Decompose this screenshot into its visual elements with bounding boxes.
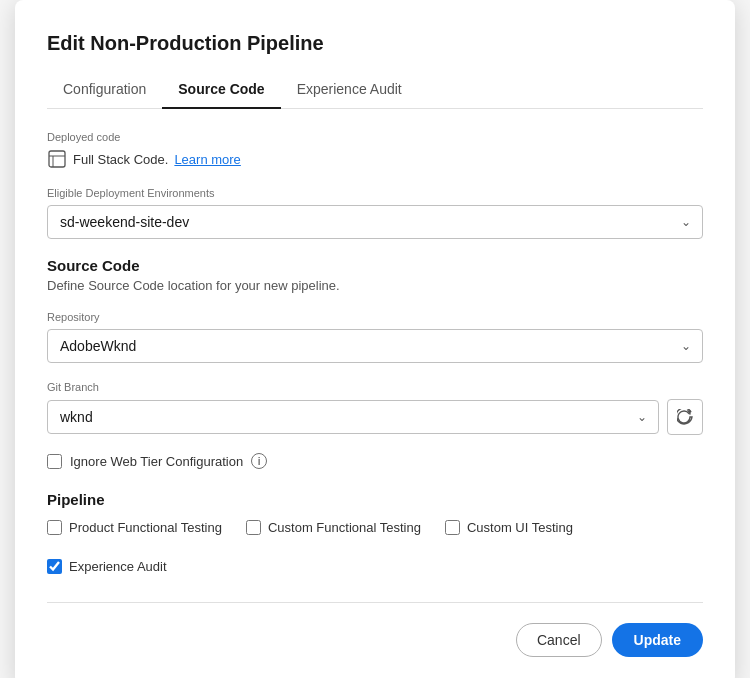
custom-functional-label[interactable]: Custom Functional Testing [268, 520, 421, 535]
custom-ui-checkbox[interactable] [445, 520, 460, 535]
footer-actions: Cancel Update [47, 623, 703, 657]
learn-more-link[interactable]: Learn more [174, 152, 240, 167]
tab-source-code[interactable]: Source Code [162, 73, 280, 109]
svg-rect-0 [49, 151, 65, 167]
source-code-heading: Source Code [47, 257, 703, 274]
cancel-button[interactable]: Cancel [516, 623, 602, 657]
refresh-button[interactable] [667, 399, 703, 435]
git-branch-row: wknd ⌄ [47, 399, 703, 435]
git-branch-group: Git Branch wknd ⌄ [47, 381, 703, 435]
git-branch-select-wrapper: wknd ⌄ [47, 400, 659, 434]
product-functional-label[interactable]: Product Functional Testing [69, 520, 222, 535]
repository-select-wrapper: AdobeWknd ⌄ [47, 329, 703, 363]
eligible-deployment-group: Eligible Deployment Environments sd-week… [47, 187, 703, 239]
git-branch-select[interactable]: wknd [47, 400, 659, 434]
custom-ui-label[interactable]: Custom UI Testing [467, 520, 573, 535]
experience-audit-checkbox[interactable] [47, 559, 62, 574]
eligible-deployment-label: Eligible Deployment Environments [47, 187, 703, 199]
tabs-nav: Configuration Source Code Experience Aud… [47, 73, 703, 109]
git-branch-label: Git Branch [47, 381, 703, 393]
tab-configuration[interactable]: Configuration [47, 73, 162, 109]
eligible-deployment-select[interactable]: sd-weekend-site-dev [47, 205, 703, 239]
deployed-code-label: Deployed code [47, 131, 703, 143]
repository-label: Repository [47, 311, 703, 323]
custom-functional-checkbox[interactable] [246, 520, 261, 535]
footer-divider [47, 602, 703, 603]
pipeline-item-custom-ui: Custom UI Testing [445, 520, 573, 535]
deployed-code-row: Full Stack Code. Learn more [47, 149, 703, 169]
repository-select[interactable]: AdobeWknd [47, 329, 703, 363]
modal-title: Edit Non-Production Pipeline [47, 32, 703, 55]
ignore-web-tier-label[interactable]: Ignore Web Tier Configuration [70, 454, 243, 469]
ignore-web-tier-checkbox[interactable] [47, 454, 62, 469]
fullstack-icon [47, 149, 67, 169]
product-functional-checkbox[interactable] [47, 520, 62, 535]
tab-experience-audit[interactable]: Experience Audit [281, 73, 418, 109]
pipeline-item-experience-audit: Experience Audit [47, 559, 167, 574]
pipeline-item-product-functional: Product Functional Testing [47, 520, 222, 535]
info-icon[interactable]: i [251, 453, 267, 469]
deployed-code-value: Full Stack Code. [73, 152, 168, 167]
pipeline-item-custom-functional: Custom Functional Testing [246, 520, 421, 535]
ignore-web-tier-row: Ignore Web Tier Configuration i [47, 453, 703, 469]
pipeline-checkboxes: Product Functional Testing Custom Functi… [47, 520, 703, 574]
edit-pipeline-modal: Edit Non-Production Pipeline Configurati… [15, 0, 735, 678]
repository-group: Repository AdobeWknd ⌄ [47, 311, 703, 363]
experience-audit-label[interactable]: Experience Audit [69, 559, 167, 574]
pipeline-section: Pipeline Product Functional Testing Cust… [47, 491, 703, 574]
eligible-deployment-select-wrapper: sd-weekend-site-dev ⌄ [47, 205, 703, 239]
deployed-code-group: Deployed code Full Stack Code. Learn mor… [47, 131, 703, 169]
update-button[interactable]: Update [612, 623, 703, 657]
source-code-description: Define Source Code location for your new… [47, 278, 703, 293]
pipeline-title: Pipeline [47, 491, 703, 508]
